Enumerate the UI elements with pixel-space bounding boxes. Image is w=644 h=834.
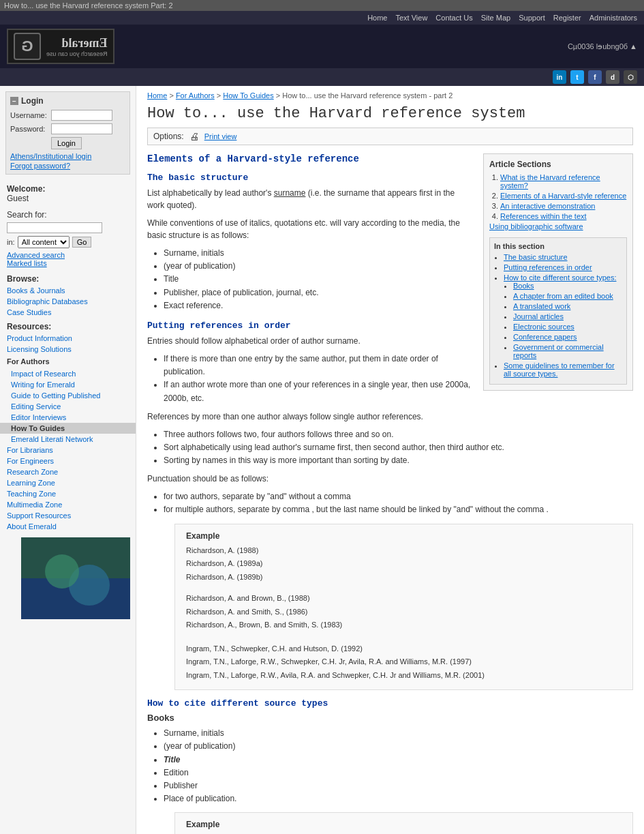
example-line: Richardson, A. (1988): [186, 545, 622, 556]
its-link-7[interactable]: Journal articles: [513, 312, 564, 321]
sidebar-research-zone[interactable]: Research Zone: [0, 466, 136, 477]
sidebar-item-bibliographic[interactable]: Bibliographic Databases: [0, 296, 136, 307]
list-item: (year of publication): [164, 740, 633, 753]
resources-title: Resources:: [0, 318, 136, 333]
breadcrumb-for-authors[interactable]: For Authors: [176, 91, 215, 100]
section4-title: How to cite different source types: [147, 698, 633, 709]
logo[interactable]: G Emerald Research you can use: [7, 29, 114, 64]
article-section-link-4[interactable]: References within the text: [500, 212, 587, 220]
breadcrumb-home[interactable]: Home: [147, 91, 167, 100]
its-link-4[interactable]: Books: [513, 282, 534, 290]
linkedin-icon[interactable]: in: [553, 70, 566, 84]
username-input[interactable]: [51, 110, 112, 121]
logo-tagline: Research you can use: [46, 50, 108, 57]
list-item: for multiple authors, separate by comma …: [164, 503, 633, 516]
athens-login-link[interactable]: Athens/Institutional login: [10, 152, 125, 160]
sidebar-item-licensing[interactable]: Licensing Solutions: [0, 344, 136, 355]
its-link-3[interactable]: How to cite different source types:: [504, 273, 617, 282]
example-line: Richardson, A. and Smith, S., (1986): [186, 606, 622, 618]
nav-contact-us[interactable]: Contact Us: [435, 14, 472, 22]
search-go-button[interactable]: Go: [72, 237, 92, 248]
article-section-item: An interactive demonstration: [500, 202, 627, 210]
nav-site-map[interactable]: Site Map: [481, 14, 510, 22]
advanced-search-link[interactable]: Advanced search: [7, 251, 129, 259]
nav-register[interactable]: Register: [553, 14, 581, 22]
list-item: Place of publication.: [164, 792, 633, 805]
article-section-link-2[interactable]: Elements of a Harvard-style reference: [500, 192, 626, 200]
sidebar-item-case-studies[interactable]: Case Studies: [0, 307, 136, 318]
promo-image-svg: [21, 537, 130, 619]
sidebar-learning-zone[interactable]: Learning Zone: [0, 477, 136, 488]
nav-home[interactable]: Home: [367, 14, 387, 22]
sidebar-multimedia-zone[interactable]: Multimedia Zone: [0, 499, 136, 510]
list-item: Edition: [164, 766, 633, 779]
its-link-2[interactable]: Putting references in order: [504, 263, 592, 271]
breadcrumb-how-to-guides[interactable]: How To Guides: [223, 91, 273, 100]
in-this-section-subitem: A chapter from an edited book: [513, 292, 622, 300]
digg-icon[interactable]: d: [606, 70, 619, 84]
sidebar-support-resources[interactable]: Support Resources: [0, 510, 136, 521]
its-link-9[interactable]: Conference papers: [513, 333, 577, 341]
its-link-10[interactable]: Government or commercial reports: [513, 343, 604, 359]
sidebar-item-writing[interactable]: Writing for Emerald: [0, 379, 136, 390]
search-box: Search for: in: All content Go Advanced …: [0, 207, 136, 270]
list-item: Sort alphabetically using lead author's …: [164, 441, 633, 454]
article-section-item: References within the text: [500, 212, 627, 220]
sidebar-item-literati[interactable]: Emerald Literati Network: [0, 434, 136, 445]
welcome-box: Welcome: Guest: [0, 180, 136, 207]
print-icon: 🖨: [189, 131, 199, 142]
list-item: Publisher: [164, 779, 633, 792]
nav-support[interactable]: Support: [519, 14, 545, 22]
search-input[interactable]: [7, 222, 102, 233]
article-section-item: Elements of a Harvard-style reference: [500, 192, 627, 200]
nav-text-view[interactable]: Text View: [395, 14, 427, 22]
search-links: Advanced search Marked lists: [7, 251, 129, 267]
page-title: How to... use the Harvard reference syst…: [147, 105, 633, 122]
its-link-11[interactable]: Some guidelines to remember for all sour…: [504, 361, 615, 378]
print-view-link[interactable]: Print view: [204, 132, 237, 140]
article-section-link-5[interactable]: Using bibliographic software: [489, 222, 583, 230]
list-item: Title: [164, 754, 633, 766]
section3-title: Punctuation should be as follows:: [147, 473, 633, 485]
header-user[interactable]: Сµ0036 lɘubng0б ▲: [568, 42, 637, 51]
sidebar-item-how-to-guides[interactable]: How To Guides: [0, 423, 136, 434]
article-section-link-1[interactable]: What is the Harvard reference system?: [500, 173, 600, 190]
its-link-6[interactable]: A translated work: [513, 302, 570, 310]
forgot-password-link[interactable]: Forgot password?: [10, 162, 125, 170]
login-collapse-button[interactable]: −: [10, 97, 18, 105]
sidebar-for-engineers[interactable]: For Engineers: [0, 456, 136, 466]
main-layout: − Login Username: Password: Login Athens…: [0, 86, 644, 834]
sidebar-about-emerald[interactable]: About Emerald: [0, 521, 136, 532]
options-bar: Options: 🖨 Print view: [147, 128, 633, 145]
promo-image-placeholder: [21, 537, 130, 619]
sidebar-item-editing[interactable]: Editing Service: [0, 401, 136, 412]
sidebar-for-librarians[interactable]: For Librarians: [0, 445, 136, 456]
sidebar-item-product-info[interactable]: Product Information: [0, 333, 136, 344]
sidebar-item-guide-getting[interactable]: Guide to Getting Published: [0, 390, 136, 401]
its-link-8[interactable]: Electronic sources: [513, 323, 574, 331]
in-this-section-subitem: Conference papers: [513, 333, 622, 341]
in-this-section-item: How to cite different source types: Book…: [504, 273, 622, 359]
nav-administrators[interactable]: Administrators: [589, 14, 637, 22]
search-select[interactable]: All content: [18, 236, 70, 248]
sidebar-teaching-zone[interactable]: Teaching Zone: [0, 488, 136, 499]
its-link-5[interactable]: A chapter from an edited book: [513, 292, 613, 300]
login-button[interactable]: Login: [51, 137, 82, 149]
sidebar-item-editor-interviews[interactable]: Editor Interviews: [0, 412, 136, 423]
twitter-icon[interactable]: t: [570, 70, 584, 84]
in-this-section: In this section The basic structure Putt…: [489, 237, 627, 385]
article-section-link-3[interactable]: An interactive demonstration: [500, 202, 595, 210]
svg-point-3: [45, 554, 79, 589]
marked-lists-link[interactable]: Marked lists: [7, 259, 129, 267]
its-link-1[interactable]: The basic structure: [504, 253, 568, 261]
share-icon[interactable]: ⬡: [624, 70, 637, 84]
section4-list: Surname, initials (year of publication) …: [164, 727, 633, 805]
article-sections: Article Sections What is the Harvard ref…: [483, 153, 633, 391]
in-this-section-subitem: A translated work: [513, 302, 622, 310]
sidebar-item-impact[interactable]: Impact of Research: [0, 368, 136, 379]
in-this-section-item: Some guidelines to remember for all sour…: [504, 361, 622, 378]
example1-box: Example Richardson, A. (1988) Richardson…: [174, 524, 633, 691]
password-input[interactable]: [51, 123, 112, 134]
facebook-icon[interactable]: f: [588, 70, 602, 84]
sidebar-item-books-journals[interactable]: Books & Journals: [0, 285, 136, 296]
